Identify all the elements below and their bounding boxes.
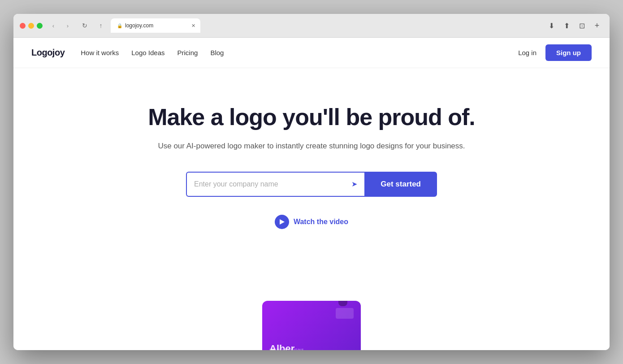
share-action-button[interactable]: ⬆ [560,19,573,32]
hero-section: Make a logo you'll be proud of. Use our … [13,68,610,350]
company-name-input[interactable] [194,180,351,188]
play-icon [275,215,289,229]
watch-video-label: Watch the video [294,218,348,226]
browser-nav-buttons: ‹ › [47,21,74,30]
reload-button[interactable]: ↻ [78,21,91,30]
login-link[interactable]: Log in [518,49,536,56]
fullscreen-button[interactable]: ⊡ [575,19,588,32]
nav-pricing[interactable]: Pricing [177,49,198,56]
tab-bar: ↻ ↑ 🔒 logojoy.com ✕ [78,18,541,33]
tab-url: logojoy.com [125,22,153,29]
maximize-traffic-light[interactable] [37,23,43,29]
lock-icon: 🔒 [117,23,122,28]
tab-close-button[interactable]: ✕ [190,22,197,29]
nav-logo-ideas[interactable]: Logo Ideas [131,49,164,56]
close-traffic-light[interactable] [20,23,26,29]
browser-window: ‹ › ↻ ↑ 🔒 logojoy.com ✕ ⬇ ⬆ ⊡ + Logojoy … [13,14,610,350]
hero-title: Make a logo you'll be proud of. [148,104,475,131]
site-logo[interactable]: Logojoy [31,48,65,58]
play-triangle [280,219,285,225]
site-nav: Logojoy How it works Logo Ideas Pricing … [13,38,610,68]
active-tab[interactable]: 🔒 logojoy.com ✕ [111,18,200,33]
browser-actions: ⬇ ⬆ ⊡ + [545,19,603,32]
card-notch [338,301,347,306]
browser-chrome: ‹ › ↻ ↑ 🔒 logojoy.com ✕ ⬇ ⬆ ⊡ + [13,14,610,38]
watch-video-row[interactable]: Watch the video [275,215,348,229]
add-tab-button[interactable]: + [591,19,603,32]
hero-subtitle: Use our AI-powered logo maker to instant… [158,140,465,152]
website-content: Logojoy How it works Logo Ideas Pricing … [13,38,610,350]
minimize-traffic-light[interactable] [28,23,34,29]
nav-links: How it works Logo Ideas Pricing Blog [81,49,224,56]
arrow-icon: ➤ [351,180,357,188]
share-button[interactable]: ↑ [95,21,107,30]
nav-blog[interactable]: Blog [210,49,224,56]
bottom-preview: PRIMO DESIGNS Alber [244,301,379,350]
get-started-button[interactable]: Get started [364,172,437,197]
forward-button[interactable]: › [61,21,74,30]
search-row: ➤ Get started [186,172,437,197]
preview-card: PRIMO DESIGNS Alber [262,301,361,350]
preview-company-name: Alber [269,343,294,350]
company-input-wrapper: ➤ [186,172,364,197]
traffic-lights [20,23,43,29]
downloads-button[interactable]: ⬇ [545,19,558,32]
nav-right: Log in Sign up [518,44,592,61]
signup-button[interactable]: Sign up [545,44,592,61]
back-button[interactable]: ‹ [47,21,60,30]
nav-how-it-works[interactable]: How it works [81,49,119,56]
